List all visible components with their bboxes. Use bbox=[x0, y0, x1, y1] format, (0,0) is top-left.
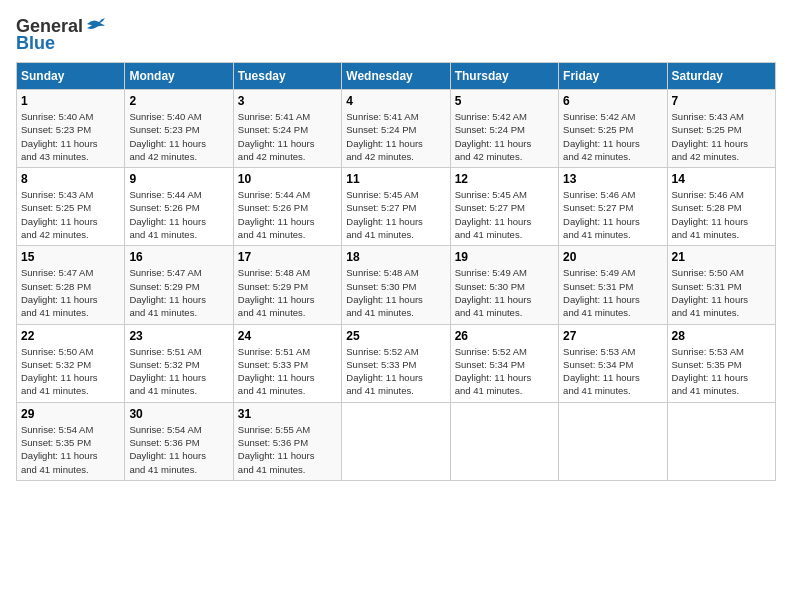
calendar-day-16: 16 Sunrise: 5:47 AMSunset: 5:29 PMDaylig… bbox=[125, 246, 233, 324]
day-info: Sunrise: 5:46 AMSunset: 5:28 PMDaylight:… bbox=[672, 189, 749, 240]
day-info: Sunrise: 5:48 AMSunset: 5:29 PMDaylight:… bbox=[238, 267, 315, 318]
day-info: Sunrise: 5:47 AMSunset: 5:28 PMDaylight:… bbox=[21, 267, 98, 318]
day-info: Sunrise: 5:43 AMSunset: 5:25 PMDaylight:… bbox=[21, 189, 98, 240]
calendar-day-6: 6 Sunrise: 5:42 AMSunset: 5:25 PMDayligh… bbox=[559, 90, 667, 168]
calendar-week-1: 1 Sunrise: 5:40 AMSunset: 5:23 PMDayligh… bbox=[17, 90, 776, 168]
calendar-week-2: 8 Sunrise: 5:43 AMSunset: 5:25 PMDayligh… bbox=[17, 168, 776, 246]
day-info: Sunrise: 5:54 AMSunset: 5:35 PMDaylight:… bbox=[21, 424, 98, 475]
day-number: 19 bbox=[455, 250, 554, 264]
day-number: 22 bbox=[21, 329, 120, 343]
day-info: Sunrise: 5:51 AMSunset: 5:33 PMDaylight:… bbox=[238, 346, 315, 397]
day-info: Sunrise: 5:52 AMSunset: 5:33 PMDaylight:… bbox=[346, 346, 423, 397]
calendar-day-31: 31 Sunrise: 5:55 AMSunset: 5:36 PMDaylig… bbox=[233, 402, 341, 480]
day-info: Sunrise: 5:41 AMSunset: 5:24 PMDaylight:… bbox=[238, 111, 315, 162]
day-info: Sunrise: 5:44 AMSunset: 5:26 PMDaylight:… bbox=[129, 189, 206, 240]
calendar-day-8: 8 Sunrise: 5:43 AMSunset: 5:25 PMDayligh… bbox=[17, 168, 125, 246]
day-number: 23 bbox=[129, 329, 228, 343]
calendar-day-3: 3 Sunrise: 5:41 AMSunset: 5:24 PMDayligh… bbox=[233, 90, 341, 168]
calendar-day-28: 28 Sunrise: 5:53 AMSunset: 5:35 PMDaylig… bbox=[667, 324, 775, 402]
calendar-day-5: 5 Sunrise: 5:42 AMSunset: 5:24 PMDayligh… bbox=[450, 90, 558, 168]
day-number: 24 bbox=[238, 329, 337, 343]
calendar-day-18: 18 Sunrise: 5:48 AMSunset: 5:30 PMDaylig… bbox=[342, 246, 450, 324]
calendar-day-20: 20 Sunrise: 5:49 AMSunset: 5:31 PMDaylig… bbox=[559, 246, 667, 324]
day-number: 21 bbox=[672, 250, 771, 264]
calendar-week-4: 22 Sunrise: 5:50 AMSunset: 5:32 PMDaylig… bbox=[17, 324, 776, 402]
day-info: Sunrise: 5:49 AMSunset: 5:31 PMDaylight:… bbox=[563, 267, 640, 318]
day-info: Sunrise: 5:50 AMSunset: 5:31 PMDaylight:… bbox=[672, 267, 749, 318]
day-info: Sunrise: 5:50 AMSunset: 5:32 PMDaylight:… bbox=[21, 346, 98, 397]
calendar-day-26: 26 Sunrise: 5:52 AMSunset: 5:34 PMDaylig… bbox=[450, 324, 558, 402]
calendar-day-12: 12 Sunrise: 5:45 AMSunset: 5:27 PMDaylig… bbox=[450, 168, 558, 246]
day-number: 10 bbox=[238, 172, 337, 186]
day-info: Sunrise: 5:43 AMSunset: 5:25 PMDaylight:… bbox=[672, 111, 749, 162]
logo-blue: Blue bbox=[16, 33, 55, 54]
day-number: 18 bbox=[346, 250, 445, 264]
calendar-day-27: 27 Sunrise: 5:53 AMSunset: 5:34 PMDaylig… bbox=[559, 324, 667, 402]
day-info: Sunrise: 5:52 AMSunset: 5:34 PMDaylight:… bbox=[455, 346, 532, 397]
day-number: 1 bbox=[21, 94, 120, 108]
empty-cell bbox=[342, 402, 450, 480]
calendar-day-17: 17 Sunrise: 5:48 AMSunset: 5:29 PMDaylig… bbox=[233, 246, 341, 324]
col-header-friday: Friday bbox=[559, 63, 667, 90]
calendar-day-21: 21 Sunrise: 5:50 AMSunset: 5:31 PMDaylig… bbox=[667, 246, 775, 324]
day-number: 28 bbox=[672, 329, 771, 343]
day-number: 12 bbox=[455, 172, 554, 186]
col-header-sunday: Sunday bbox=[17, 63, 125, 90]
day-info: Sunrise: 5:42 AMSunset: 5:24 PMDaylight:… bbox=[455, 111, 532, 162]
calendar-day-10: 10 Sunrise: 5:44 AMSunset: 5:26 PMDaylig… bbox=[233, 168, 341, 246]
day-number: 16 bbox=[129, 250, 228, 264]
logo-bird-icon bbox=[85, 16, 107, 34]
calendar-day-23: 23 Sunrise: 5:51 AMSunset: 5:32 PMDaylig… bbox=[125, 324, 233, 402]
calendar-day-7: 7 Sunrise: 5:43 AMSunset: 5:25 PMDayligh… bbox=[667, 90, 775, 168]
day-info: Sunrise: 5:44 AMSunset: 5:26 PMDaylight:… bbox=[238, 189, 315, 240]
empty-cell bbox=[559, 402, 667, 480]
col-header-tuesday: Tuesday bbox=[233, 63, 341, 90]
day-number: 5 bbox=[455, 94, 554, 108]
calendar-day-13: 13 Sunrise: 5:46 AMSunset: 5:27 PMDaylig… bbox=[559, 168, 667, 246]
col-header-monday: Monday bbox=[125, 63, 233, 90]
calendar-day-4: 4 Sunrise: 5:41 AMSunset: 5:24 PMDayligh… bbox=[342, 90, 450, 168]
day-number: 2 bbox=[129, 94, 228, 108]
day-info: Sunrise: 5:49 AMSunset: 5:30 PMDaylight:… bbox=[455, 267, 532, 318]
day-number: 8 bbox=[21, 172, 120, 186]
day-number: 13 bbox=[563, 172, 662, 186]
day-number: 14 bbox=[672, 172, 771, 186]
day-number: 7 bbox=[672, 94, 771, 108]
day-number: 15 bbox=[21, 250, 120, 264]
empty-cell bbox=[667, 402, 775, 480]
calendar-day-14: 14 Sunrise: 5:46 AMSunset: 5:28 PMDaylig… bbox=[667, 168, 775, 246]
day-number: 25 bbox=[346, 329, 445, 343]
day-info: Sunrise: 5:47 AMSunset: 5:29 PMDaylight:… bbox=[129, 267, 206, 318]
day-number: 31 bbox=[238, 407, 337, 421]
day-number: 4 bbox=[346, 94, 445, 108]
calendar-day-9: 9 Sunrise: 5:44 AMSunset: 5:26 PMDayligh… bbox=[125, 168, 233, 246]
day-number: 17 bbox=[238, 250, 337, 264]
day-info: Sunrise: 5:40 AMSunset: 5:23 PMDaylight:… bbox=[129, 111, 206, 162]
calendar-day-11: 11 Sunrise: 5:45 AMSunset: 5:27 PMDaylig… bbox=[342, 168, 450, 246]
col-header-wednesday: Wednesday bbox=[342, 63, 450, 90]
day-info: Sunrise: 5:41 AMSunset: 5:24 PMDaylight:… bbox=[346, 111, 423, 162]
calendar-day-2: 2 Sunrise: 5:40 AMSunset: 5:23 PMDayligh… bbox=[125, 90, 233, 168]
day-number: 29 bbox=[21, 407, 120, 421]
calendar-day-1: 1 Sunrise: 5:40 AMSunset: 5:23 PMDayligh… bbox=[17, 90, 125, 168]
day-number: 11 bbox=[346, 172, 445, 186]
day-number: 26 bbox=[455, 329, 554, 343]
day-info: Sunrise: 5:45 AMSunset: 5:27 PMDaylight:… bbox=[346, 189, 423, 240]
calendar-day-22: 22 Sunrise: 5:50 AMSunset: 5:32 PMDaylig… bbox=[17, 324, 125, 402]
col-header-saturday: Saturday bbox=[667, 63, 775, 90]
day-info: Sunrise: 5:46 AMSunset: 5:27 PMDaylight:… bbox=[563, 189, 640, 240]
day-info: Sunrise: 5:53 AMSunset: 5:35 PMDaylight:… bbox=[672, 346, 749, 397]
calendar-table: SundayMondayTuesdayWednesdayThursdayFrid… bbox=[16, 62, 776, 481]
day-number: 9 bbox=[129, 172, 228, 186]
calendar-day-29: 29 Sunrise: 5:54 AMSunset: 5:35 PMDaylig… bbox=[17, 402, 125, 480]
day-info: Sunrise: 5:54 AMSunset: 5:36 PMDaylight:… bbox=[129, 424, 206, 475]
calendar-day-25: 25 Sunrise: 5:52 AMSunset: 5:33 PMDaylig… bbox=[342, 324, 450, 402]
calendar-day-30: 30 Sunrise: 5:54 AMSunset: 5:36 PMDaylig… bbox=[125, 402, 233, 480]
day-info: Sunrise: 5:45 AMSunset: 5:27 PMDaylight:… bbox=[455, 189, 532, 240]
day-number: 30 bbox=[129, 407, 228, 421]
calendar-week-3: 15 Sunrise: 5:47 AMSunset: 5:28 PMDaylig… bbox=[17, 246, 776, 324]
day-number: 6 bbox=[563, 94, 662, 108]
calendar-week-5: 29 Sunrise: 5:54 AMSunset: 5:35 PMDaylig… bbox=[17, 402, 776, 480]
calendar-day-15: 15 Sunrise: 5:47 AMSunset: 5:28 PMDaylig… bbox=[17, 246, 125, 324]
calendar-day-19: 19 Sunrise: 5:49 AMSunset: 5:30 PMDaylig… bbox=[450, 246, 558, 324]
